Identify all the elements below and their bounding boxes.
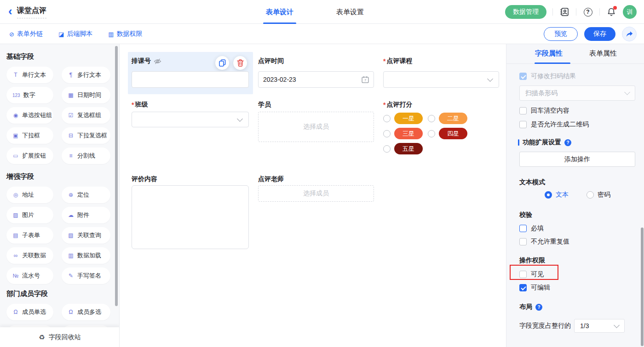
score-option-1[interactable]: 一星 [383,113,423,124]
field-type-number[interactable]: 123数字 [6,87,53,103]
field-type-member-multi[interactable]: Ω成员多选 [62,304,110,320]
editable-row[interactable]: 可编辑 [519,283,550,292]
field-type-attachment[interactable]: ☁附件 [62,207,110,223]
radio-button[interactable] [586,191,594,199]
scan-mode-select[interactable]: 扫描条形码 [519,85,635,101]
field-type-radio-group[interactable]: ◉单选按钮组 [6,107,53,124]
location-icon: ⊕ [68,192,74,198]
avatar[interactable]: 训 [623,5,637,19]
text-mode-title: 文本模式 [519,178,545,187]
save-button[interactable]: 保存 [584,27,615,41]
checkbox-editable[interactable] [519,284,527,291]
no-duplicate-row[interactable]: 不允许重复值 [519,237,569,246]
field-type-member-single[interactable]: Ω成员单选 [6,304,53,320]
schedule-no-input[interactable] [132,72,248,87]
class-select[interactable] [132,112,249,127]
field-recycle-bin[interactable]: ♻ 字段回收站 [0,327,120,347]
field-type-linked-data[interactable]: ∞关联数据 [6,247,53,264]
radio-text-mode-password[interactable]: 密码 [586,190,610,199]
help-icon[interactable]: ? [582,6,593,17]
radio-button[interactable] [545,191,552,199]
field-type-dropdown-multi[interactable]: ⊟下拉复选框 [62,127,110,144]
field-type-sub-form[interactable]: ▤子表单 [6,227,53,244]
tab-form-properties[interactable]: 表单属性 [589,49,617,58]
field-type-data-load[interactable]: ▥数据加载 [62,247,110,264]
checkbox-scan-result-editable[interactable] [519,73,527,80]
field-type-multi-line-text[interactable]: ¶多行文本 [62,67,110,83]
checkbox-qrcode-allow[interactable] [519,121,527,128]
field-type-handwritten-signature[interactable]: ✎手写签名 [62,267,110,284]
help-question-icon[interactable]: ? [535,304,542,311]
field-type-serial-number[interactable]: №流水号 [6,267,53,284]
required-row[interactable]: 必填 [519,224,544,233]
score-tag: 三星 [394,128,423,139]
student-member-picker[interactable]: 选择成员 [258,112,374,142]
field-type-location[interactable]: ⊕定位 [62,187,110,203]
field-width-select[interactable]: 1/3 [574,319,625,333]
score-option-2[interactable]: 二星 [428,113,467,124]
tab-form-design[interactable]: 表单设计 [266,0,293,24]
tab-field-properties[interactable]: 字段属性 [535,49,563,58]
layout-title: 布局 ? [519,303,542,311]
calendar-icon: 7 [362,76,369,83]
member-multi-icon: Ω [68,309,74,315]
toolbar-link-backend-script[interactable]: ◪后端脚本 [58,30,92,38]
form-title[interactable]: 课堂点评 [17,6,46,18]
chevron-down-icon [237,116,243,122]
field-type-image[interactable]: ▨图片 [6,207,53,223]
radio-button[interactable] [383,115,391,122]
field-type-label: 子表单 [22,231,40,239]
checkbox-required[interactable] [519,225,527,232]
field-type-address[interactable]: ◎地址 [6,187,53,203]
score-option-5[interactable]: 五星 [383,143,423,154]
checkbox-label: 可修改扫码结果 [531,72,576,80]
teacher-member-picker[interactable]: 选择成员 [258,185,374,202]
panel-scrollbar[interactable] [641,228,644,346]
data-manage-button[interactable]: 数据管理 [505,5,546,19]
preview-button[interactable]: 预览 [544,27,578,41]
share-button[interactable] [622,27,637,41]
field-type-extend-button[interactable]: ▭扩展按钮 [6,148,53,164]
toolbar-link-data-permission[interactable]: ▥数据权限 [108,30,142,38]
field-width-value: 1/3 [580,322,589,330]
eye-off-icon [154,58,161,64]
enter-clear-row[interactable]: 回车清空内容 [519,106,569,115]
field-type-label: 分割线 [77,152,95,160]
delete-field-button[interactable] [233,56,247,70]
ext-settings-title-text: 功能扩展设置 [523,138,561,147]
radio-text-mode-text[interactable]: 文本 [545,190,569,199]
checkbox-no-duplicate[interactable] [519,238,527,245]
tab-form-design-label: 表单设计 [266,8,293,17]
field-type-checkbox-group[interactable]: ☑复选框组 [62,107,110,124]
score-option-4[interactable]: 四星 [428,128,467,139]
help-question-icon[interactable]: ? [564,139,571,146]
qrcode-allow-row[interactable]: 是否允许生成二维码 [519,120,589,129]
notification-bell-icon[interactable] [606,6,617,17]
review-time-input[interactable] [259,72,362,87]
contacts-book-icon[interactable] [559,6,570,17]
linked-data-icon: ∞ [12,252,19,259]
add-action-button[interactable]: 添加操作 [519,152,635,167]
field-type-divider-line[interactable]: ≡分割线 [62,148,110,164]
radio-button[interactable] [428,130,435,137]
radio-button[interactable] [428,115,435,122]
toolbar-link-form-external-link[interactable]: ⊘表单外链 [9,30,43,38]
field-type-single-line-text[interactable]: T单行文本 [6,67,53,83]
copy-field-button[interactable] [215,56,229,70]
field-type-datetime[interactable]: ▦日期时间 [62,87,110,103]
review-course-label-text: 点评课程 [386,57,412,65]
sidebar-scrollbar[interactable] [115,46,118,306]
scan-result-editable-row[interactable]: 可修改扫码结果 [519,72,576,81]
handwritten-signature-icon: ✎ [68,273,74,279]
checkbox-enter-clear[interactable] [519,107,527,114]
tab-form-settings[interactable]: 表单设置 [336,0,364,24]
field-type-linked-query[interactable]: ▧关联查询 [62,227,110,244]
score-option-3[interactable]: 三星 [383,128,423,139]
radio-button[interactable] [383,130,391,137]
back-icon[interactable]: ‹ [8,6,12,16]
review-content-textarea[interactable] [132,186,248,249]
basic-fields-grid: T单行文本¶多行文本123数字▦日期时间◉单选按钮组☑复选框组▣下拉框⊟下拉复选… [6,67,119,164]
review-course-select[interactable] [383,71,499,88]
radio-button[interactable] [383,145,391,153]
field-type-dropdown[interactable]: ▣下拉框 [6,127,53,144]
